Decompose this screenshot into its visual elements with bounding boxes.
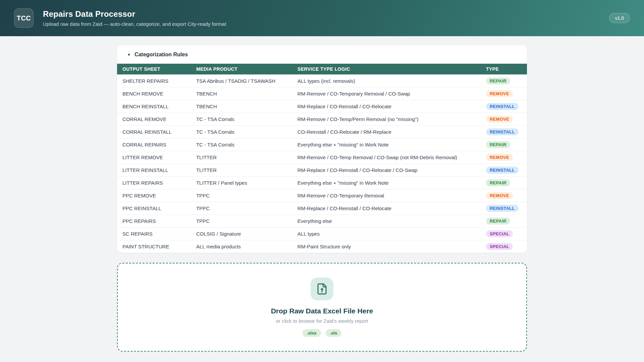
cell-sheet: LITTER REPAIRS: [117, 177, 191, 189]
table-row: CORRAL REPAIRSTC - TSA CorralsEverything…: [117, 138, 527, 151]
cell-media: COLSIG / Signature: [191, 228, 292, 240]
cell-media: TSA Abribus / TSADIG / TSAWASH: [191, 75, 292, 87]
cell-media: TPPC: [191, 202, 292, 215]
chevron-down-icon: ▼: [127, 53, 131, 57]
table-row: BENCH REMOVETBENCHRM-Remove / CO-Tempora…: [117, 87, 527, 100]
table-row: LITTER REMOVETLITTERRM-Remove / CO-Temp …: [117, 151, 527, 164]
version-badge: v1.0: [609, 13, 630, 23]
cell-type: REPAIR: [481, 177, 527, 189]
cell-media: ALL media products: [191, 240, 292, 253]
cell-logic: RM-Remove / CO-Temporary Removal: [292, 189, 481, 202]
cell-type: REPAIR: [481, 75, 527, 87]
cell-type: REPAIR: [481, 215, 527, 228]
cell-logic: RM-Remove / CO-Temp Removal / CO-Swap (n…: [292, 151, 481, 164]
cell-type: REPAIR: [481, 138, 527, 151]
table-row: PPC REPAIRSTPPCEverything elseREPAIR: [117, 215, 527, 228]
cell-logic: RM-Replace / CO-Reinstall / CO-Relocate …: [292, 164, 481, 177]
app-header: TCC Repairs Data Processor Upload raw da…: [0, 0, 644, 36]
type-badge: SPECIAL: [486, 243, 513, 250]
type-badge: REINSTALL: [486, 103, 519, 110]
cell-sheet: BENCH REMOVE: [117, 87, 191, 100]
cell-logic: Everything else: [292, 215, 481, 228]
column-header-output-sheet: OUTPUT SHEET: [117, 64, 191, 75]
table-row: PAINT STRUCTUREALL media productsRM-Pain…: [117, 240, 527, 253]
rules-panel-toggle[interactable]: ▼ Categorization Rules: [117, 45, 527, 64]
file-dropzone[interactable]: Drop Raw Data Excel File Here or click t…: [117, 263, 527, 352]
cell-sheet: CORRAL REINSTALL: [117, 126, 191, 138]
table-row: SC REPAIRSCOLSIG / SignatureALL typesSPE…: [117, 228, 527, 240]
cell-logic: Everything else + "missing" in Work Note: [292, 177, 481, 189]
column-header-service-type-logic: SERVICE TYPE LOGIC: [292, 64, 481, 75]
rules-table: OUTPUT SHEET MEDIA PRODUCT SERVICE TYPE …: [117, 64, 527, 253]
page-subtitle: Upload raw data from Zaid — auto-clean, …: [43, 21, 226, 27]
cell-type: SPECIAL: [481, 228, 527, 240]
cell-media: TPPC: [191, 215, 292, 228]
table-row: LITTER REINSTALLTLITTERRM-Replace / CO-R…: [117, 164, 527, 177]
cell-sheet: LITTER REINSTALL: [117, 164, 191, 177]
column-header-media-product: MEDIA PRODUCT: [191, 64, 292, 75]
cell-media: TPPC: [191, 189, 292, 202]
cell-logic: ALL types: [292, 228, 481, 240]
cell-sheet: SHELTER REPAIRS: [117, 75, 191, 87]
type-badge: REPAIR: [486, 179, 510, 186]
cell-type: REINSTALL: [481, 100, 527, 113]
cell-logic: CO-Reinstall / CO-Relocate / RM-Replace: [292, 126, 481, 138]
cell-sheet: SC REPAIRS: [117, 228, 191, 240]
cell-type: REMOVE: [481, 189, 527, 202]
type-badge: SPECIAL: [486, 230, 513, 237]
type-badge: REINSTALL: [486, 205, 519, 212]
type-badge: REPAIR: [486, 141, 510, 148]
main-content: ▼ Categorization Rules OUTPUT SHEET MEDI…: [117, 45, 527, 352]
table-row: CORRAL REINSTALLTC - TSA CorralsCO-Reins…: [117, 126, 527, 138]
type-badge: REINSTALL: [486, 128, 519, 135]
cell-type: SPECIAL: [481, 240, 527, 253]
table-row: PPC REMOVETPPCRM-Remove / CO-Temporary R…: [117, 189, 527, 202]
cell-type: REINSTALL: [481, 164, 527, 177]
app-logo: TCC: [14, 8, 34, 28]
rules-table-body: SHELTER REPAIRSTSA Abribus / TSADIG / TS…: [117, 75, 527, 253]
table-row: LITTER REPAIRSTLITTER / Panel typesEvery…: [117, 177, 527, 189]
cell-sheet: CORRAL REPAIRS: [117, 138, 191, 151]
cell-sheet: PPC REINSTALL: [117, 202, 191, 215]
type-badge: REMOVE: [486, 90, 513, 97]
cell-media: TLITTER / Panel types: [191, 177, 292, 189]
ext-badge-xlsx: .xlsx: [303, 329, 321, 337]
cell-sheet: BENCH REINSTALL: [117, 100, 191, 113]
header-text: Repairs Data Processor Upload raw data f…: [43, 9, 226, 27]
cell-sheet: LITTER REMOVE: [117, 151, 191, 164]
cell-media: TC - TSA Corrals: [191, 126, 292, 138]
cell-type: REMOVE: [481, 87, 527, 100]
table-row: CORRAL REMOVETC - TSA CorralsRM-Remove /…: [117, 113, 527, 126]
allowed-extensions: .xlsx .xls: [303, 329, 342, 337]
type-badge: REMOVE: [486, 154, 513, 161]
rules-panel-title: Categorization Rules: [135, 52, 188, 58]
cell-logic: RM-Paint Structure only: [292, 240, 481, 253]
cell-sheet: PPC REMOVE: [117, 189, 191, 202]
file-upload-icon: [316, 283, 328, 295]
cell-media: TBENCH: [191, 87, 292, 100]
cell-sheet: PPC REPAIRS: [117, 215, 191, 228]
table-row: PPC REINSTALLTPPCRM-Replace / CO-Reinsta…: [117, 202, 527, 215]
cell-media: TBENCH: [191, 100, 292, 113]
type-badge: REINSTALL: [486, 167, 519, 174]
cell-media: TC - TSA Corrals: [191, 113, 292, 126]
cell-type: REMOVE: [481, 151, 527, 164]
column-header-type: TYPE: [481, 64, 527, 75]
categorization-rules-panel: ▼ Categorization Rules OUTPUT SHEET MEDI…: [117, 45, 527, 253]
cell-logic: RM-Replace / CO-Reinstall / CO-Relocate: [292, 100, 481, 113]
dropzone-title: Drop Raw Data Excel File Here: [271, 307, 373, 315]
cell-media: TLITTER: [191, 151, 292, 164]
rules-table-header: OUTPUT SHEET MEDIA PRODUCT SERVICE TYPE …: [117, 64, 527, 75]
cell-logic: RM-Remove / CO-Temp/Perm Removal (no "mi…: [292, 113, 481, 126]
page-title: Repairs Data Processor: [43, 9, 226, 19]
type-badge: REMOVE: [486, 116, 513, 123]
type-badge: REPAIR: [486, 218, 510, 225]
dropzone-subtitle: or click to browse for Zaid's weekly rep…: [276, 318, 368, 324]
ext-badge-xls: .xls: [326, 329, 342, 337]
type-badge: REPAIR: [486, 77, 510, 84]
cell-media: TLITTER: [191, 164, 292, 177]
cell-media: TC - TSA Corrals: [191, 138, 292, 151]
table-row: SHELTER REPAIRSTSA Abribus / TSADIG / TS…: [117, 75, 527, 87]
cell-sheet: PAINT STRUCTURE: [117, 240, 191, 253]
cell-type: REINSTALL: [481, 202, 527, 215]
